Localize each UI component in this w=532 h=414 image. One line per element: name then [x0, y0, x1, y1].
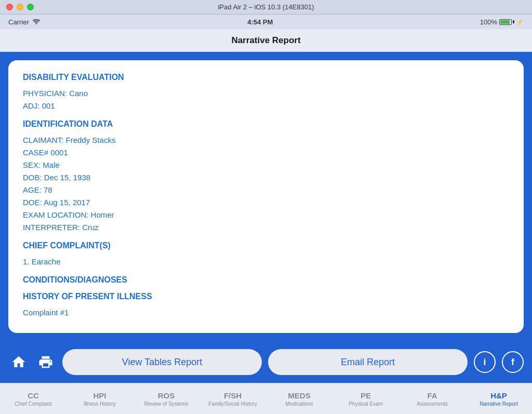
svg-point-0	[36, 23, 37, 24]
tab-abbr: HPI	[93, 391, 106, 400]
status-right: 100% ⚡	[480, 18, 524, 26]
conditions-title: CONDITIONS/DIAGNOSES	[23, 275, 509, 285]
home-button[interactable]	[8, 352, 29, 372]
identification-title: IDENTIFICATION DATA	[23, 119, 509, 129]
tab-abbr: F/SH	[224, 391, 242, 400]
tab-hpi[interactable]: HPIIllness History	[66, 383, 133, 414]
tab-label: Illness History	[84, 401, 116, 407]
tab-abbr: FA	[427, 391, 437, 400]
status-left: Carrier	[8, 18, 41, 26]
report-card: DISABILITY EVALUATION PHYSICIAN: Cano AD…	[8, 60, 524, 333]
email-report-button[interactable]: Email Report	[268, 349, 468, 375]
tab-fa[interactable]: FAAssessments	[399, 383, 466, 414]
wifi-icon	[32, 19, 41, 25]
traffic-lights	[6, 4, 34, 10]
minimize-button[interactable]	[17, 4, 23, 10]
age-field: AGE: 78	[23, 184, 509, 196]
tab-abbr: MEDS	[288, 391, 310, 400]
tab-abbr: H&P	[490, 391, 507, 400]
tab-label: Medications	[285, 401, 313, 407]
main-content-area: DISABILITY EVALUATION PHYSICIAN: Cano AD…	[0, 52, 532, 341]
exam-location-field: EXAM LOCATION: Homer	[23, 209, 509, 221]
nav-title: Narrative Report	[231, 35, 300, 46]
physician-field: PHYSICIAN: Cano	[23, 87, 509, 100]
close-button[interactable]	[6, 4, 13, 10]
doe-field: DOE: Aug 15, 2017	[23, 196, 509, 209]
maximize-button[interactable]	[27, 4, 34, 10]
disability-title: DISABILITY EVALUATION	[23, 73, 509, 82]
complaint-1: 1. Earache	[23, 256, 509, 268]
interpreter-field: INTERPRETER: Cruz	[23, 221, 509, 234]
carrier-label: Carrier	[8, 18, 29, 26]
tab-pe[interactable]: PEPhysical Exam	[332, 383, 399, 414]
tab-abbr: CC	[28, 391, 39, 400]
case-field: CASE# 0001	[23, 146, 509, 159]
history-subtitle: Complaint #1	[23, 306, 509, 319]
tab-abbr: ROS	[158, 391, 175, 400]
battery-icon	[499, 19, 514, 25]
claimant-field: CLAIMANT: Freddy Stacks	[23, 134, 509, 146]
tab-label: Physical Exam	[349, 401, 383, 407]
tab-label: Chief Complaint	[15, 401, 51, 407]
home-icon	[11, 354, 26, 370]
action-bar: View Tables Report Email Report i f	[0, 341, 532, 383]
tab-hp[interactable]: H&PNarrative Report	[466, 383, 532, 414]
tab-label: Assessments	[417, 401, 447, 407]
battery-percent: 100%	[480, 18, 497, 26]
tab-label: Family/Social History	[208, 401, 257, 407]
tab-ros[interactable]: ROSReview of Systems	[133, 383, 200, 414]
status-bar: Carrier 4:54 PM 100% ⚡	[0, 15, 532, 29]
tab-bar: CCChief ComplaintHPIIllness HistoryROSRe…	[0, 383, 532, 414]
status-time: 4:54 PM	[247, 18, 273, 26]
sex-field: SEX: Male	[23, 159, 509, 171]
info-button[interactable]: i	[474, 351, 496, 373]
facebook-icon: f	[511, 357, 514, 368]
nav-bar: Narrative Report	[0, 29, 532, 52]
tab-f-sh[interactable]: F/SHFamily/Social History	[200, 383, 266, 414]
tab-label: Narrative Report	[480, 401, 517, 407]
print-button[interactable]	[35, 352, 56, 372]
tab-cc[interactable]: CCChief Complaint	[0, 383, 66, 414]
history-title: HISTORY OF PRESENT ILLNESS	[23, 292, 509, 301]
complaint-title: CHIEF COMPLAINT(S)	[23, 241, 509, 250]
tab-abbr: PE	[361, 391, 371, 400]
adj-field: ADJ: 001	[23, 100, 509, 112]
facebook-button[interactable]: f	[502, 351, 524, 373]
view-tables-button[interactable]: View Tables Report	[62, 349, 262, 375]
print-icon	[38, 354, 54, 370]
tab-label: Review of Systems	[144, 401, 188, 407]
window-title: iPad Air 2 – iOS 10.3 (14E8301)	[218, 3, 314, 11]
dob-field: DOB: Dec 15, 1938	[23, 171, 509, 184]
charging-icon: ⚡	[516, 19, 524, 25]
title-bar: iPad Air 2 – iOS 10.3 (14E8301)	[0, 0, 532, 15]
info-icon: i	[483, 357, 486, 368]
tab-meds[interactable]: MEDSMedications	[266, 383, 332, 414]
